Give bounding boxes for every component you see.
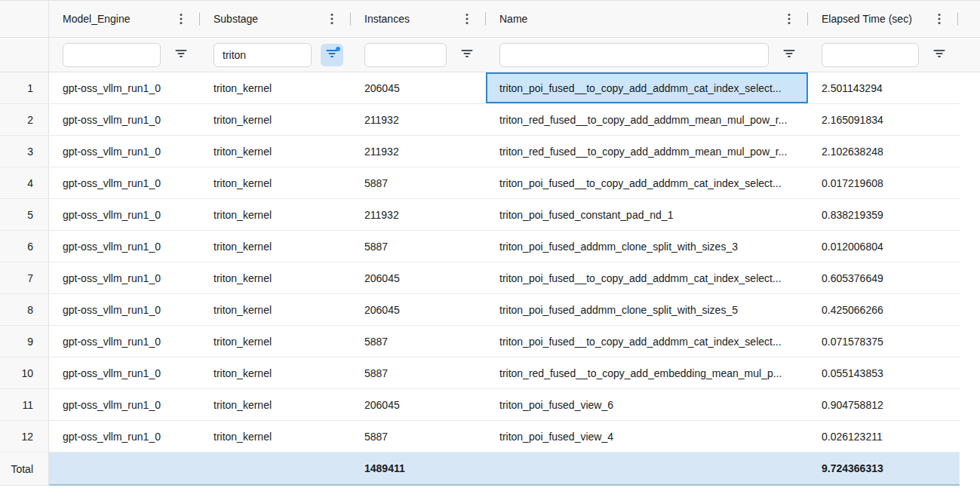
filter-icon (783, 48, 795, 62)
cell-model-engine[interactable]: gpt-oss_vllm_run1_0 (49, 421, 200, 452)
column-menu-icon[interactable] (176, 11, 186, 26)
cell-instances[interactable]: 5887 (351, 357, 486, 388)
table-row[interactable]: 2 gpt-oss_vllm_run1_0 triton_kernel 2119… (0, 104, 960, 136)
cell-substage[interactable]: triton_kernel (200, 104, 351, 135)
total-row-label: Total (0, 452, 49, 486)
cell-elapsed[interactable]: 0.838219359 (808, 199, 958, 230)
cell-substage[interactable]: triton_kernel (200, 389, 351, 420)
column-header-substage[interactable]: Substage (200, 1, 351, 37)
cell-instances[interactable]: 211932 (351, 104, 486, 135)
column-label: Instances (364, 13, 462, 25)
cell-elapsed[interactable]: 0.904758812 (808, 389, 958, 420)
cell-name[interactable]: triton_poi_fused_addmm_clone_split_with_… (486, 231, 808, 262)
instances-filter-input[interactable] (364, 43, 447, 67)
cell-elapsed[interactable]: 2.102638248 (808, 136, 958, 167)
cell-name[interactable]: triton_red_fused__to_copy_add_addmm_mean… (486, 104, 808, 135)
cell-substage[interactable]: triton_kernel (200, 421, 351, 452)
total-substage (200, 452, 351, 486)
table-row[interactable]: 10 gpt-oss_vllm_run1_0 triton_kernel 588… (0, 357, 960, 389)
cell-instances[interactable]: 211932 (351, 199, 486, 230)
table-row[interactable]: 8 gpt-oss_vllm_run1_0 triton_kernel 2060… (0, 294, 960, 326)
model-engine-filter-button[interactable] (170, 44, 192, 66)
elapsed-time-filter-input[interactable] (822, 43, 919, 67)
cell-instances[interactable]: 206045 (351, 294, 486, 325)
cell-instances[interactable]: 206045 (351, 262, 486, 293)
name-filter-button[interactable] (778, 44, 800, 66)
table-row[interactable]: 7 gpt-oss_vllm_run1_0 triton_kernel 2060… (0, 262, 960, 294)
cell-substage[interactable]: triton_kernel (200, 167, 351, 198)
cell-elapsed[interactable]: 0.017219608 (808, 167, 958, 198)
cell-model-engine[interactable]: gpt-oss_vllm_run1_0 (49, 199, 200, 230)
cell-model-engine[interactable]: gpt-oss_vllm_run1_0 (49, 294, 200, 325)
cell-model-engine[interactable]: gpt-oss_vllm_run1_0 (49, 231, 200, 262)
cell-substage[interactable]: triton_kernel (200, 326, 351, 357)
cell-elapsed[interactable]: 0.012006804 (808, 231, 958, 262)
cell-instances[interactable]: 206045 (351, 389, 486, 420)
table-row[interactable]: 1 gpt-oss_vllm_run1_0 triton_kernel 2060… (0, 72, 960, 104)
name-filter-input[interactable] (499, 43, 769, 67)
column-menu-icon[interactable] (462, 11, 472, 26)
cell-model-engine[interactable]: gpt-oss_vllm_run1_0 (49, 357, 200, 388)
cell-model-engine[interactable]: gpt-oss_vllm_run1_0 (49, 72, 200, 103)
cell-name[interactable]: triton_poi_fused_view_6 (486, 389, 808, 420)
instances-filter-button[interactable] (456, 44, 478, 66)
cell-instances[interactable]: 211932 (351, 136, 486, 167)
cell-model-engine[interactable]: gpt-oss_vllm_run1_0 (49, 326, 200, 357)
table-row[interactable]: 12 gpt-oss_vllm_run1_0 triton_kernel 588… (0, 421, 960, 452)
column-menu-icon[interactable] (327, 11, 337, 26)
column-menu-icon[interactable] (784, 11, 794, 26)
cell-name[interactable]: triton_red_fused__to_copy_add_embedding_… (486, 357, 808, 388)
cell-model-engine[interactable]: gpt-oss_vllm_run1_0 (49, 262, 200, 293)
cell-elapsed[interactable]: 0.605376649 (808, 262, 958, 293)
cell-substage[interactable]: triton_kernel (200, 262, 351, 293)
cell-model-engine[interactable]: gpt-oss_vllm_run1_0 (49, 389, 200, 420)
table-row[interactable]: 6 gpt-oss_vllm_run1_0 triton_kernel 5887… (0, 231, 960, 262)
cell-model-engine[interactable]: gpt-oss_vllm_run1_0 (49, 104, 200, 135)
cell-model-engine[interactable]: gpt-oss_vllm_run1_0 (49, 167, 200, 198)
model-engine-filter-input[interactable] (63, 43, 161, 67)
cell-elapsed[interactable]: 0.055143853 (808, 357, 958, 388)
cell-elapsed[interactable]: 0.425066266 (808, 294, 958, 325)
table-row[interactable]: 9 gpt-oss_vllm_run1_0 triton_kernel 5887… (0, 326, 960, 357)
cell-name[interactable]: triton_poi_fused__to_copy_add_addmm_cat_… (486, 262, 808, 293)
cell-instances[interactable]: 5887 (351, 326, 486, 357)
cell-elapsed[interactable]: 2.501143294 (808, 72, 958, 103)
cell-substage[interactable]: triton_kernel (200, 231, 351, 262)
column-menu-icon[interactable] (934, 11, 945, 26)
cell-name[interactable]: triton_red_fused__to_copy_add_addmm_mean… (486, 136, 808, 167)
row-number: 5 (0, 199, 49, 230)
cell-substage[interactable]: triton_kernel (200, 199, 351, 230)
table-row[interactable]: 11 gpt-oss_vllm_run1_0 triton_kernel 206… (0, 389, 960, 421)
cell-elapsed[interactable]: 2.165091834 (808, 104, 958, 135)
cell-name[interactable]: triton_poi_fused_constant_pad_nd_1 (486, 199, 808, 230)
cell-substage[interactable]: triton_kernel (200, 294, 351, 325)
substage-filter-input[interactable] (214, 43, 312, 67)
cell-name[interactable]: triton_poi_fused__to_copy_add_addmm_cat_… (486, 326, 808, 357)
cell-name[interactable]: triton_poi_fused_view_4 (486, 421, 808, 452)
column-label: Name (499, 13, 784, 25)
cell-elapsed[interactable]: 0.071578375 (808, 326, 958, 357)
cell-instances[interactable]: 5887 (351, 167, 486, 198)
table-row[interactable]: 5 gpt-oss_vllm_run1_0 triton_kernel 2119… (0, 199, 960, 231)
column-header-instances[interactable]: Instances (351, 1, 486, 37)
cell-name[interactable]: triton_poi_fused_addmm_clone_split_with_… (486, 294, 808, 325)
table-row[interactable]: 3 gpt-oss_vllm_run1_0 triton_kernel 2119… (0, 136, 960, 167)
cell-model-engine[interactable]: gpt-oss_vllm_run1_0 (49, 136, 200, 167)
row-number: 7 (0, 262, 49, 293)
column-header-name[interactable]: Name (486, 1, 808, 37)
cell-name[interactable]: triton_poi_fused__to_copy_add_addmm_cat_… (486, 72, 808, 103)
table-row[interactable]: 4 gpt-oss_vllm_run1_0 triton_kernel 5887… (0, 167, 960, 199)
cell-instances[interactable]: 5887 (351, 231, 486, 262)
elapsed-time-filter-button[interactable] (928, 44, 951, 66)
column-header-model-engine[interactable]: Model_Engine (49, 1, 200, 37)
cell-elapsed[interactable]: 0.026123211 (808, 421, 958, 452)
cell-substage[interactable]: triton_kernel (200, 136, 351, 167)
cell-instances[interactable]: 5887 (351, 421, 486, 452)
substage-filter-button[interactable] (321, 44, 343, 66)
cell-substage[interactable]: triton_kernel (200, 357, 351, 388)
column-header-elapsed-time[interactable]: Elapsed Time (sec) (808, 1, 958, 37)
cell-substage[interactable]: triton_kernel (200, 72, 351, 103)
cell-name[interactable]: triton_poi_fused__to_copy_add_addmm_cat_… (486, 167, 808, 198)
row-number: 4 (0, 167, 49, 198)
cell-instances[interactable]: 206045 (351, 72, 486, 103)
